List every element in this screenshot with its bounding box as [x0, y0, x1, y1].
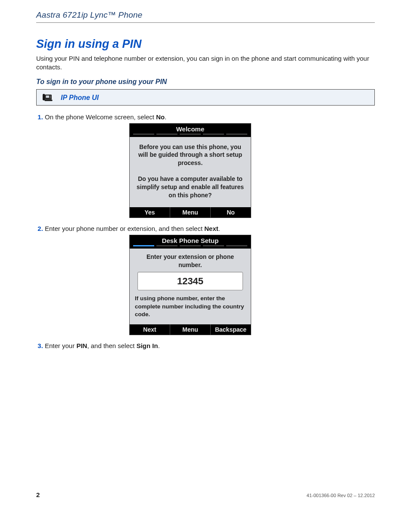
softkey-yes[interactable]: Yes: [130, 207, 170, 218]
step-2: Enter your phone number or extension, an…: [45, 225, 375, 335]
softkey-backspace[interactable]: Backspace: [211, 324, 251, 335]
intro-paragraph: Using your PIN and telephone number or e…: [36, 54, 375, 72]
svg-rect-3: [43, 94, 45, 100]
svg-rect-4: [45, 100, 53, 101]
screen2-caption: Enter your extension or phone number.: [135, 253, 246, 269]
screen1-message-2: Do you have a computer available to simp…: [134, 175, 246, 199]
step-3: Enter your PIN, and then select Sign In.: [45, 342, 375, 349]
screen1-message-1: Before you can use this phone, you will …: [134, 143, 246, 168]
extension-input[interactable]: 12345: [137, 272, 243, 291]
page-number: 2: [36, 491, 40, 498]
callout-label: IP Phone UI: [61, 94, 99, 102]
running-header: Aastra 6721ip Lync™ Phone: [36, 10, 375, 23]
softkey-menu-2[interactable]: Menu: [170, 324, 211, 335]
doc-revision: 41-001366-00 Rev 02 – 12.2012: [307, 493, 375, 498]
screen1-progress: [130, 134, 251, 137]
ip-phone-ui-callout: IP Phone UI: [36, 89, 375, 106]
step-1-text: On the phone Welcome screen, select: [45, 113, 156, 121]
phone-screen-desk-setup: Desk Phone Setup Enter your extension or…: [129, 235, 251, 335]
step-3-pre: Enter your: [45, 342, 76, 349]
subheading: To sign in to your phone using your PIN: [36, 78, 375, 86]
screen2-progress: [130, 245, 251, 249]
screen1-title: Welcome: [130, 124, 251, 134]
phone-screen-welcome: Welcome Before you can use this phone, y…: [129, 123, 251, 218]
step-3-mid: , and then select: [87, 342, 136, 349]
step-1-post: .: [165, 113, 166, 121]
svg-rect-1: [46, 95, 50, 97]
step-2-text: Enter your phone number or extension, an…: [45, 225, 204, 232]
step-3-post: .: [158, 342, 160, 349]
steps-list: On the phone Welcome screen, select No. …: [36, 113, 375, 349]
step-2-post: .: [218, 225, 220, 232]
screen2-hint: If using phone number, enter the complet…: [135, 295, 246, 318]
step-3-bold1: PIN: [76, 342, 87, 349]
svg-rect-2: [50, 95, 51, 98]
softkey-menu[interactable]: Menu: [170, 207, 211, 218]
screen2-title: Desk Phone Setup: [130, 235, 251, 245]
step-3-bold2: Sign In: [137, 342, 158, 349]
step-1: On the phone Welcome screen, select No. …: [45, 113, 375, 218]
page-title: Sign in using a PIN: [36, 37, 375, 51]
step-1-bold: No: [156, 113, 165, 121]
softkey-next[interactable]: Next: [130, 324, 170, 335]
softkey-no[interactable]: No: [211, 207, 251, 218]
step-2-bold: Next: [204, 225, 218, 232]
desk-phone-icon: [43, 93, 56, 103]
page-footer: 2 41-001366-00 Rev 02 – 12.2012: [36, 491, 375, 498]
